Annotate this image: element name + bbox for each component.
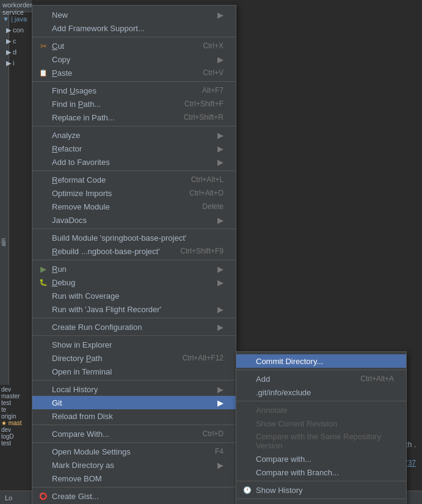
menu-item-run[interactable]: ▶ Run ▶ [32, 262, 236, 276]
debug-icon: 🐛 [37, 279, 49, 287]
compare-with-shortcut: Ctrl+D [203, 429, 224, 438]
submenu-item-add[interactable]: Add Ctrl+Alt+A [236, 372, 406, 385]
submenu-item-show-history[interactable]: 🕐 Show History [236, 483, 406, 497]
menu-item-find-in-path[interactable]: Find in Path... Ctrl+Shift+F [32, 97, 236, 111]
git-arrow: ▶ [217, 398, 224, 407]
open-module-settings-shortcut: F4 [215, 447, 224, 456]
submenu-item-compare-same-repo: Compare with the Same Repository Version [236, 430, 406, 452]
submenu-item-compare-with-branch[interactable]: Compare with Branch... [236, 466, 406, 479]
menu-item-run-flight[interactable]: Run with 'Java Flight Recorder' ▶ [32, 302, 236, 316]
menu-item-paste[interactable]: 📋 Paste Ctrl+V [32, 66, 236, 79]
add-favorites-arrow: ▶ [217, 158, 224, 167]
menu-item-find-usages[interactable]: Find Usages Alt+F7 [32, 84, 236, 97]
menu-item-create-run-config[interactable]: Create Run Configuration ▶ [32, 320, 236, 334]
context-menu: New ▶ Add Framework Support... ✂ Cut Ctr… [32, 5, 236, 504]
menu-item-mark-directory-label: Mark Directory as [52, 461, 213, 470]
menu-item-git[interactable]: Git ▶ [32, 396, 236, 409]
branch-test: test [1, 400, 31, 406]
file-tree-item-java: ▼ | java [1, 13, 31, 24]
menu-item-open-terminal-label: Open in Terminal [52, 367, 224, 376]
separator-4 [32, 170, 236, 171]
menu-item-open-terminal[interactable]: Open in Terminal [32, 365, 236, 378]
replace-in-path-shortcut: Ctrl+Shift+R [184, 113, 224, 122]
menu-item-javadocs-label: JavaDocs [52, 216, 213, 225]
branch-master: master [1, 393, 31, 400]
local-history-arrow: ▶ [217, 385, 224, 394]
optimize-shortcut: Ctrl+Alt+O [189, 189, 224, 197]
branch-logd: logD [1, 433, 31, 440]
submenu-separator-1 [236, 370, 406, 370]
javadocs-arrow: ▶ [217, 216, 224, 225]
create-gist-icon: ⭕ [37, 492, 49, 500]
mark-directory-arrow: ▶ [217, 461, 224, 470]
menu-item-debug[interactable]: 🐛 Debug ▶ [32, 276, 236, 289]
branch-panel: dev master test te origin ★ mast dev log… [0, 385, 32, 495]
menu-item-reformat[interactable]: Reformat Code Ctrl+Alt+L [32, 173, 236, 186]
menu-item-show-in-explorer[interactable]: Show in Explorer [32, 338, 236, 351]
menu-item-create-gist[interactable]: ⭕ Create Gist... [32, 489, 236, 503]
debug-arrow: ▶ [217, 278, 224, 287]
cut-shortcut: Ctrl+X [203, 42, 224, 50]
menu-item-refactor[interactable]: Refactor ▶ [32, 142, 236, 155]
submenu-item-compare-with-branch-label: Compare with Branch... [256, 468, 394, 477]
menu-item-debug-label: Debug [52, 278, 213, 287]
separator-8 [32, 335, 236, 336]
menu-item-copy-label: Copy [52, 55, 213, 64]
paste-shortcut: Ctrl+V [203, 68, 224, 77]
analyze-arrow: ▶ [217, 131, 224, 140]
menu-item-add-to-favorites[interactable]: Add to Favorites ▶ [32, 155, 236, 169]
menu-item-local-history-label: Local History [52, 385, 213, 394]
menu-item-reload-from-disk[interactable]: Reload from Disk [32, 409, 236, 423]
menu-item-open-module-settings-label: Open Module Settings [52, 447, 203, 456]
menu-item-find-usages-label: Find Usages [52, 86, 190, 95]
menu-item-run-coverage-label: Run with Coverage [52, 291, 224, 301]
menu-item-add-framework[interactable]: Add Framework Support... [32, 21, 236, 35]
menu-item-compare-with-label: Compare With... [52, 429, 191, 439]
menu-item-compare-with[interactable]: Compare With... Ctrl+D [32, 427, 236, 440]
new-arrow: ▶ [217, 10, 224, 20]
menu-item-new[interactable]: New ▶ [32, 8, 236, 21]
menu-item-rebuild[interactable]: Rebuild ...ngboot-base-project' Ctrl+Shi… [32, 244, 236, 258]
menu-item-git-label: Git [52, 398, 213, 407]
menu-item-cut[interactable]: ✂ Cut Ctrl+X [32, 39, 236, 53]
run-arrow: ▶ [217, 265, 224, 274]
run-flight-arrow: ▶ [217, 305, 224, 314]
directory-path-shortcut: Ctrl+Alt+F12 [183, 354, 224, 362]
menu-item-remove-bom[interactable]: Remove BOM [32, 472, 236, 485]
submenu-item-commit-directory-label: Commit Directory... [256, 357, 394, 366]
menu-item-show-in-explorer-label: Show in Explorer [52, 340, 224, 349]
menu-item-build-module[interactable]: Build Module 'springboot-base-project' [32, 231, 236, 244]
submenu-item-commit-directory[interactable]: Commit Directory... [236, 354, 406, 368]
submenu-item-show-history-label: Show History [256, 486, 394, 495]
add-shortcut: Ctrl+Alt+A [360, 374, 394, 383]
menu-item-javadocs[interactable]: JavaDocs ▶ [32, 213, 236, 227]
menu-item-directory-path-label: Directory Path [52, 354, 170, 363]
branch-star-mast: ★ mast [1, 420, 31, 426]
menu-item-optimize-imports[interactable]: Optimize Imports Ctrl+Alt+O [32, 186, 236, 200]
submenu-separator-4 [236, 499, 406, 499]
menu-item-replace-in-path[interactable]: Replace in Path... Ctrl+Shift+R [32, 111, 236, 124]
menu-item-build-module-label: Build Module 'springboot-base-project' [52, 233, 224, 243]
submenu-item-rollback[interactable]: Rollback... Ctrl+Alt+Z [236, 501, 406, 504]
submenu-item-gitinfo[interactable]: .git/info/exclude [236, 385, 406, 399]
menu-item-reload-from-disk-label: Reload from Disk [52, 412, 224, 421]
menu-item-mark-directory[interactable]: Mark Directory as ▶ [32, 458, 236, 472]
submenu-item-compare-with[interactable]: Compare with... [236, 452, 406, 466]
menu-item-directory-path[interactable]: Directory Path Ctrl+Alt+F12 [32, 351, 236, 365]
menu-item-add-framework-label: Add Framework Support... [52, 24, 224, 33]
separator-5 [32, 228, 236, 229]
menu-item-run-coverage[interactable]: Run with Coverage [32, 289, 236, 302]
menu-item-remove-module-label: Remove Module [52, 202, 190, 211]
menu-item-copy[interactable]: Copy ▶ [32, 53, 236, 66]
menu-item-run-label: Run [52, 265, 213, 274]
menu-item-reformat-label: Reformat Code [52, 175, 179, 184]
file-tree-item-d: ▶ d [1, 46, 31, 57]
branch-origin: origin [1, 413, 31, 420]
separator-2 [32, 81, 236, 82]
menu-item-remove-module[interactable]: Remove Module Delete [32, 200, 236, 213]
menu-item-optimize-imports-label: Optimize Imports [52, 189, 177, 198]
menu-item-open-module-settings[interactable]: Open Module Settings F4 [32, 445, 236, 458]
menu-item-analyze[interactable]: Analyze ▶ [32, 128, 236, 142]
menu-item-local-history[interactable]: Local History ▶ [32, 382, 236, 396]
rebuild-shortcut: Ctrl+Shift+F9 [180, 247, 224, 255]
